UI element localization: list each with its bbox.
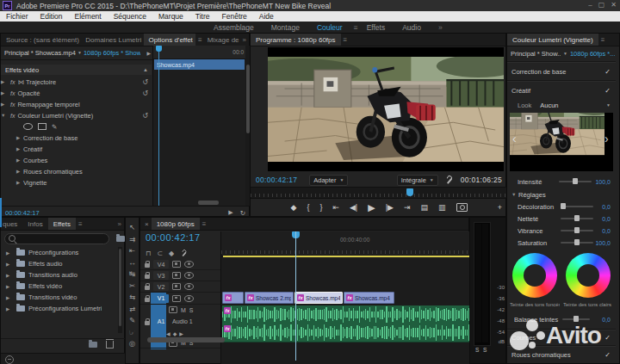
lumetri-child-creatif[interactable]: ▶ Créatif — [1, 144, 167, 154]
bin-effets-video[interactable]: ▶ Effets vidéo — [1, 281, 116, 292]
look-prev-icon[interactable]: ‹ — [512, 132, 517, 145]
go-to-in-button[interactable]: ⇤ — [332, 204, 339, 212]
workspace-tab-audio[interactable]: Audio — [394, 23, 430, 32]
zoom-tool[interactable]: ◎ — [129, 339, 135, 348]
track-v3-lane[interactable] — [221, 269, 471, 281]
chevron-right-icon[interactable]: ▶ — [146, 50, 151, 56]
menu-sequence[interactable]: Séquence — [108, 12, 152, 21]
effect-timeline-playhead[interactable] — [158, 46, 159, 206]
slider-value[interactable]: 0,0 — [602, 228, 611, 234]
highlights-color-wheel[interactable] — [566, 253, 611, 298]
timeline-settings-wrench-icon[interactable] — [181, 250, 188, 257]
button-editor-plus[interactable]: + — [498, 204, 502, 212]
section-creatif[interactable]: Créatif ✓ — [507, 83, 616, 97]
tab-sequence[interactable]: 1080p 60fps — [152, 218, 200, 230]
rect-mask-icon[interactable] — [38, 123, 46, 130]
go-to-out-button[interactable]: ⇥ — [404, 204, 411, 212]
lock-icon[interactable] — [145, 321, 150, 325]
tab-domaines-lumetri[interactable]: Domaines Lumetri — [80, 34, 143, 46]
tab-mixage[interactable]: Mixage de — [202, 34, 243, 46]
tab-overflow-icon[interactable]: » — [118, 220, 121, 228]
minimize-button[interactable]: – — [588, 1, 592, 9]
meter-solo-right[interactable]: S — [483, 347, 487, 353]
audio-track-name[interactable]: Audio 1 — [172, 318, 193, 324]
solo-button[interactable]: S — [189, 307, 194, 313]
balance-slider[interactable] — [562, 318, 590, 320]
tab-source[interactable]: Source : (sans élément) — [1, 34, 80, 46]
menu-marque[interactable]: Marque — [152, 12, 189, 21]
menu-edition[interactable]: Edition — [34, 12, 69, 21]
twirl-icon[interactable]: ▼ — [1, 113, 8, 118]
slider-value[interactable]: 100,0 — [595, 179, 611, 185]
menu-fenetre[interactable]: Fenêtre — [216, 12, 253, 21]
chevron-down-icon[interactable]: ▼ — [78, 50, 82, 55]
clip-showcas-selected[interactable]: fx Showcas.mp4 — [294, 292, 343, 304]
track-header-v4[interactable]: V4 — [140, 259, 220, 270]
bin-transitions-video[interactable]: ▶ Transitions vidéo — [1, 292, 116, 303]
twirl-icon[interactable]: ▶ — [6, 295, 13, 300]
lock-icon[interactable] — [145, 298, 150, 302]
bin-preconfigurations-lumetri[interactable]: ▶ Préconfigurations Lumetri — [1, 303, 116, 314]
twirl-icon[interactable]: ▼ — [512, 192, 518, 197]
new-bin-icon[interactable] — [89, 342, 97, 348]
clip-1[interactable]: fx — [222, 292, 244, 304]
effect-controls-timeline[interactable]: 00:0 Showcas.mp4 — [152, 46, 245, 206]
reset-effect-icon[interactable]: ↺ — [142, 89, 148, 97]
playhead-handle-icon[interactable] — [156, 46, 162, 52]
twirl-icon[interactable]: ▶ — [1, 79, 8, 84]
track-v4-lane[interactable] — [221, 258, 471, 270]
panel-menu-icon[interactable]: ≡ — [344, 36, 348, 44]
sequence-link[interactable]: 1080p 60fps * Show... — [84, 49, 140, 57]
track-v2-lane[interactable] — [221, 281, 471, 293]
tab-options-effet[interactable]: Options d'effet — [144, 34, 195, 46]
workspace-tab-couleur[interactable]: Couleur — [308, 23, 351, 32]
panel-menu-icon[interactable]: ≡ — [202, 220, 207, 228]
tab-couleur-lumetri[interactable]: Couleur Lumetri (Vignette) — [507, 34, 598, 46]
search-box[interactable] — [4, 233, 109, 244]
lumetri-child-vignette[interactable]: ▶ Vignette — [1, 177, 167, 188]
intensity-slider[interactable] — [559, 181, 592, 182]
vibrance-slider[interactable] — [561, 230, 593, 231]
twirl-icon[interactable]: ▶ — [6, 284, 13, 289]
track-label[interactable]: V4 — [153, 260, 169, 268]
panel-menu-icon[interactable]: ≡ — [78, 220, 83, 228]
new-custom-bin-icon[interactable] — [116, 236, 125, 242]
razor-tool[interactable]: ✂ — [129, 281, 135, 290]
mark-out-button[interactable]: } — [319, 204, 322, 212]
effect-row-couleur-lumetri[interactable]: ▼ fx Couleur Lumetri (Vignette) ↺ — [1, 110, 152, 120]
twirl-icon[interactable]: ▶ — [6, 250, 13, 256]
reset-effect-icon[interactable]: ↺ — [142, 78, 148, 86]
section-enabled-checkbox[interactable]: ✓ — [604, 87, 611, 95]
twirl-icon[interactable]: ▶ — [16, 169, 23, 174]
track-label[interactable]: V3 — [153, 271, 169, 280]
bin-effets-audio[interactable]: ▶ Effets audio — [1, 258, 116, 269]
panel-menu-icon[interactable]: ≡ — [601, 36, 605, 44]
menu-titre[interactable]: Titre — [189, 12, 216, 21]
program-playhead-icon[interactable] — [406, 188, 413, 196]
audio-clip-lane-2[interactable]: fx — [222, 324, 470, 342]
bin-transitions-audio[interactable]: ▶ Transitions audio — [1, 269, 116, 281]
tab-marques-partial[interactable]: ques — [1, 218, 22, 230]
ellipse-mask-icon[interactable] — [23, 123, 33, 130]
section-enabled-checkbox[interactable]: ✓ — [604, 334, 611, 342]
eye-icon[interactable] — [184, 283, 194, 290]
timeline-hscrollbar[interactable] — [147, 337, 225, 342]
menu-element[interactable]: Elément — [69, 12, 108, 21]
clip-showcas[interactable]: fx Showcas.mp4 — [344, 292, 394, 304]
delete-icon[interactable] — [106, 341, 114, 349]
lumetri-child-correction[interactable]: ▶ Correction de base — [1, 133, 167, 143]
track-label[interactable]: A1 — [153, 318, 169, 324]
twirl-icon[interactable]: ▶ — [16, 157, 23, 163]
rate-stretch-tool[interactable]: ↹ — [129, 269, 135, 278]
pen-tool[interactable]: ✎ — [129, 316, 135, 324]
playback-resolution-select[interactable]: Intégrale ▼ — [397, 175, 438, 186]
snap-icon[interactable]: ⊓ — [146, 250, 151, 257]
sync-lock-icon[interactable] — [172, 272, 181, 279]
next-keyframe-icon[interactable]: ▶ — [179, 330, 183, 336]
effect-row-trajectoire[interactable]: ▶ fx ⋈ Trajectoire ↺ — [1, 77, 152, 87]
selection-tool[interactable]: ↖ — [129, 223, 135, 231]
reset-effect-icon[interactable]: ↺ — [142, 112, 148, 120]
lock-icon[interactable] — [145, 275, 150, 279]
zoom-level-select[interactable]: Adapter ▼ — [309, 175, 348, 186]
prev-keyframe-icon[interactable]: ◀ — [166, 330, 170, 336]
